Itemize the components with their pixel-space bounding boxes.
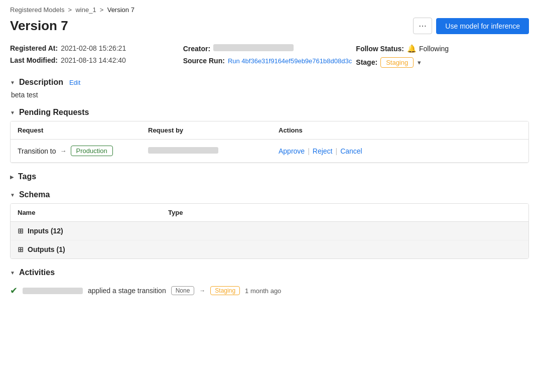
- tags-title: Tags: [18, 172, 36, 181]
- cancel-action[interactable]: Cancel: [340, 147, 362, 155]
- creator-value-placeholder: [213, 44, 294, 51]
- action-separator-1: |: [308, 147, 310, 155]
- stage-dropdown-chevron[interactable]: ▾: [418, 59, 421, 66]
- schema-table-header: Name Type: [11, 204, 528, 221]
- description-section: ▼ Description Edit beta test: [10, 78, 529, 99]
- schema-table: Name Type ⊞ Inputs (12) ⊞ Outputs (1): [10, 203, 529, 259]
- activity-user-placeholder: [23, 288, 83, 294]
- outputs-label-text: Outputs (1): [28, 245, 65, 253]
- follow-status-row: Follow Status: 🔔 Following: [356, 44, 529, 53]
- activities-section: ▼ Activities ✔ applied a stage transitio…: [10, 268, 529, 300]
- stage-label: Stage:: [356, 58, 377, 66]
- activity-to-stage-badge: Staging: [210, 286, 240, 295]
- schema-inputs-row: ⊞ Inputs (12): [11, 221, 528, 240]
- transition-arrow-icon: →: [60, 147, 67, 155]
- col-actions: Actions: [279, 126, 521, 134]
- activity-check-icon: ✔: [10, 285, 18, 296]
- col-request-by: Request by: [148, 126, 279, 134]
- transition-prefix: Transition to: [18, 147, 56, 155]
- schema-section: ▼ Schema Name Type ⊞ Inputs (12) ⊞ Outpu…: [10, 190, 529, 259]
- stage-badge: Staging: [380, 57, 414, 68]
- source-run-row: Source Run: Run 4bf36e31f9164ef59eb9e761…: [183, 57, 356, 65]
- creator-label: Creator:: [183, 45, 210, 53]
- header-actions: ⋯ Use model for inference: [413, 18, 529, 34]
- registered-at-label: Registered At:: [10, 44, 58, 52]
- metadata-section: Registered At: 2021-02-08 15:26:21 Last …: [10, 44, 529, 68]
- last-modified-label: Last Modified:: [10, 56, 58, 64]
- breadcrumb-wine1[interactable]: wine_1: [75, 6, 96, 14]
- activity-time-ago: 1 month ago: [245, 287, 281, 295]
- more-options-button[interactable]: ⋯: [413, 18, 432, 34]
- activities-collapse-icon: ▼: [10, 270, 15, 276]
- pending-requests-table-header: Request Request by Actions: [11, 121, 528, 140]
- col-request: Request: [18, 126, 148, 134]
- use-model-inference-button[interactable]: Use model for inference: [436, 18, 529, 34]
- description-header[interactable]: ▼ Description Edit: [10, 78, 529, 87]
- description-title: Description: [19, 78, 63, 87]
- follow-status-text: Following: [419, 45, 449, 53]
- description-collapse-icon: ▼: [10, 80, 15, 85]
- page-header: Version 7 ⋯ Use model for inference: [10, 18, 529, 34]
- table-row: Transition to → Production Approve | Rej…: [11, 140, 528, 163]
- creator-row: Creator:: [183, 44, 356, 53]
- pending-requests-section: ▼ Pending Requests Request Request by Ac…: [10, 108, 529, 163]
- breadcrumb-registered-models[interactable]: Registered Models: [10, 6, 64, 14]
- transition-cell: Transition to → Production: [18, 146, 148, 156]
- activities-header[interactable]: ▼ Activities: [10, 268, 529, 277]
- source-run-link[interactable]: Run 4bf36e31f9164ef59eb9e761b8d08d3c: [228, 57, 352, 65]
- activities-title: Activities: [19, 268, 55, 277]
- activity-from-stage-badge: None: [171, 286, 195, 295]
- schema-title: Schema: [19, 190, 50, 199]
- schema-outputs-row: ⊞ Outputs (1): [11, 240, 528, 258]
- inputs-label-text: Inputs (12): [28, 227, 63, 235]
- approve-action[interactable]: Approve: [279, 147, 305, 155]
- breadcrumb: Registered Models > wine_1 > Version 7: [10, 6, 529, 14]
- breadcrumb-current: Version 7: [107, 6, 134, 14]
- reject-action[interactable]: Reject: [313, 147, 333, 155]
- pending-requests-header[interactable]: ▼ Pending Requests: [10, 108, 529, 117]
- schema-col-name: Name: [18, 209, 168, 216]
- pending-requests-title: Pending Requests: [19, 108, 89, 117]
- description-content: beta test: [11, 91, 529, 99]
- schema-collapse-icon: ▼: [10, 192, 15, 198]
- production-badge: Production: [71, 146, 113, 156]
- meta-creator-run: Creator: Source Run: Run 4bf36e31f9164ef…: [183, 44, 356, 68]
- activity-text: applied a stage transition: [88, 287, 166, 295]
- schema-outputs-label: ⊞ Outputs (1): [18, 245, 168, 253]
- request-by-cell: [148, 147, 279, 155]
- schema-inputs-label: ⊞ Inputs (12): [18, 227, 168, 235]
- pending-requests-table: Request Request by Actions Transition to…: [10, 121, 529, 163]
- meta-dates: Registered At: 2021-02-08 15:26:21 Last …: [10, 44, 183, 68]
- meta-follow-stage: Follow Status: 🔔 Following Stage: Stagin…: [356, 44, 529, 68]
- request-by-placeholder: [148, 147, 218, 154]
- registered-at-value: 2021-02-08 15:26:21: [61, 44, 126, 52]
- last-modified-row: Last Modified: 2021-08-13 14:42:40: [10, 56, 183, 64]
- schema-col-type: Type: [168, 209, 521, 216]
- registered-at-row: Registered At: 2021-02-08 15:26:21: [10, 44, 183, 52]
- description-edit-button[interactable]: Edit: [69, 79, 80, 86]
- bell-icon: 🔔: [407, 44, 417, 53]
- pending-requests-collapse-icon: ▼: [10, 110, 15, 115]
- follow-status-value: 🔔 Following: [407, 44, 449, 53]
- tags-expand-icon: ▶: [10, 174, 14, 180]
- actions-cell: Approve | Reject | Cancel: [279, 147, 521, 155]
- tags-header[interactable]: ▶ Tags: [10, 172, 529, 181]
- inputs-expand-icon[interactable]: ⊞: [18, 227, 24, 235]
- action-separator-2: |: [335, 147, 337, 155]
- outputs-expand-icon[interactable]: ⊞: [18, 245, 24, 253]
- last-modified-value: 2021-08-13 14:42:40: [61, 56, 126, 64]
- stage-row: Stage: Staging ▾: [356, 57, 529, 68]
- schema-header[interactable]: ▼ Schema: [10, 190, 529, 199]
- stage-value-row: Staging ▾: [380, 57, 421, 68]
- activity-arrow-icon: →: [199, 287, 205, 294]
- follow-status-label: Follow Status:: [356, 45, 404, 53]
- source-run-label: Source Run:: [183, 57, 225, 65]
- activity-item: ✔ applied a stage transition None → Stag…: [10, 281, 529, 300]
- page-title: Version 7: [10, 18, 68, 34]
- tags-section: ▶ Tags: [10, 172, 529, 181]
